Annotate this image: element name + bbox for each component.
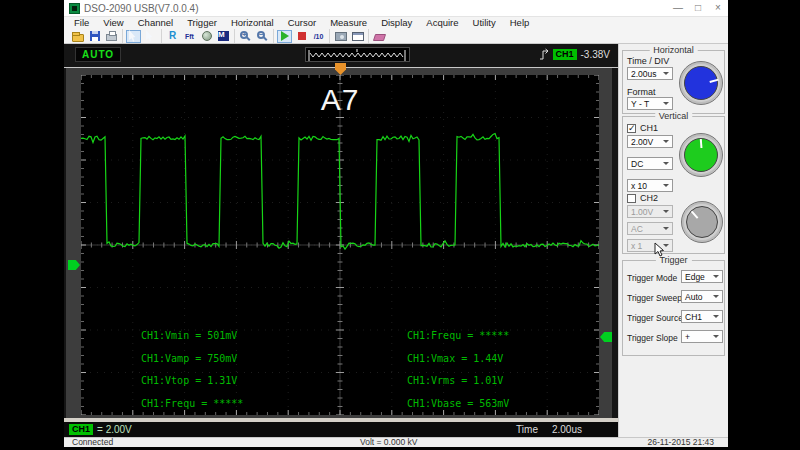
factor-icon[interactable]: /10 [311,30,326,43]
print-icon[interactable] [104,30,119,43]
ch2-checkbox[interactable] [627,194,636,203]
math-glyph: M [218,31,229,41]
ch1-checkbox-row[interactable]: CH1 [627,123,658,133]
display-frame: A7 CH1:Vmin = 501mVCH1:Vamp = 750mVCH1:V… [66,68,612,418]
measurement-line: CH1:Vmin = 501mV [141,325,243,348]
refresh-glyph: R [169,31,176,41]
menu-channel[interactable]: Channel [131,17,180,29]
cursor-icon[interactable] [126,30,141,43]
chevron-down-icon [713,275,719,281]
mouse-cursor [654,242,666,258]
format-label: Format [627,87,656,97]
math-icon[interactable]: M [216,30,231,43]
window-title: DSO-2090 USB(V7.0.0.4) [84,3,199,14]
trigger-source-select[interactable]: CH1 [681,310,723,323]
factor-glyph: /10 [314,33,324,40]
ch2-coupling-select: AC [627,222,673,235]
trigger-slope-select[interactable]: + [681,330,723,343]
trigger-mode-select[interactable]: Edge [681,270,723,283]
menu-horizontal[interactable]: Horizontal [224,17,281,29]
measurement-line: CH1:Vmax = 1.44V [407,348,509,371]
channel1-level-marker[interactable] [68,260,80,270]
menu-file[interactable]: File [67,17,96,29]
ch1-volt-select[interactable]: 2.00V [627,135,673,148]
snapshot-icon[interactable] [333,30,348,43]
trigger-group: Trigger Trigger ModeEdgeTrigger SweepAut… [622,260,725,356]
cursor-alt-icon[interactable] [143,30,158,43]
fft-icon[interactable]: Fft [182,30,197,43]
measurement-line: CH1:Vrms = 1.01V [407,370,509,393]
ch1-badge: CH1 [69,424,93,435]
chevron-down-icon [663,184,669,190]
trigger-edge-icon [539,48,549,61]
time-label: Time [516,424,538,435]
horizontal-group: Horizontal Time / DIV 2.00us Format Y - … [622,50,725,114]
erase-icon[interactable] [372,30,387,43]
save-glyph [90,31,100,41]
measurement-line: CH1:Vtop = 1.31V [141,370,243,393]
ch1-probe-select[interactable]: x 10 [627,179,673,192]
stop-glyph [298,32,306,40]
maximize-button[interactable]: □ [693,3,703,13]
app-window: DSO-2090 USB(V7.0.0.4) — □ × FileViewCha… [64,0,728,447]
menu-help[interactable]: Help [503,17,537,29]
channel-readout-bar: CH1 = 2.00V Time 2.00us [64,422,618,437]
vertical-group: Vertical CH1 2.00V DC x 10 CH2 [622,116,725,254]
measurement-line: CH1:Frequ = ***** [407,325,509,348]
ch2-checkbox-row[interactable]: CH2 [627,193,658,203]
refresh-icon[interactable]: R [165,30,180,43]
toolbar-group [235,29,274,43]
minimize-button[interactable]: — [673,3,683,13]
chevron-down-icon [663,102,669,108]
trigger-mode-label: Trigger Mode [627,273,677,283]
preview-waveform-icon [306,49,409,62]
trigger-slope-label: Trigger Slope [627,333,678,343]
horizontal-knob[interactable] [679,61,723,105]
horizontal-preview[interactable] [305,47,410,62]
zoom-in-icon[interactable] [238,30,253,43]
ch2-label: CH2 [640,193,658,203]
menu-view[interactable]: View [96,17,130,29]
start-glyph [281,31,289,41]
measurements-left: CH1:Vmin = 501mVCH1:Vamp = 750mVCH1:Vtop… [141,325,243,415]
start-icon[interactable] [277,30,292,43]
open-file-icon[interactable] [70,30,85,43]
menu-cursor[interactable]: Cursor [281,17,324,29]
chevron-down-icon [663,72,669,78]
trigger-sweep-select[interactable]: Auto [681,290,723,303]
ch1-position-knob[interactable] [679,133,723,177]
trigger-level-marker[interactable] [600,332,612,342]
display-annotation: A7 [81,83,599,117]
menu-acquire[interactable]: Acquire [419,17,465,29]
trigger-channel-badge: CH1 [553,49,577,60]
ch1-checkbox[interactable] [627,124,636,133]
close-button[interactable]: × [713,3,723,13]
chevron-down-icon [663,140,669,146]
chevron-down-icon [713,315,719,321]
print-glyph [106,34,117,41]
ch1-coupling-select[interactable]: DC [627,157,673,170]
trigger-position-marker[interactable] [335,63,346,75]
menu-trigger[interactable]: Trigger [180,17,224,29]
toolbar: RFftM/10 [64,29,728,44]
chevron-down-icon [713,295,719,301]
palette-glyph [202,31,212,41]
stop-icon[interactable] [294,30,309,43]
panel-window-icon[interactable] [350,30,365,43]
acquisition-status-badge: AUTO [75,47,121,62]
fft-glyph: Fft [185,33,194,40]
save-icon[interactable] [87,30,102,43]
menu-display[interactable]: Display [374,17,419,29]
horizontal-group-title: Horizontal [649,45,698,55]
zoom-out-icon[interactable] [255,30,270,43]
chevron-down-icon [713,335,719,341]
toolbar-group: RFftM [162,29,235,43]
menu-utility[interactable]: Utility [466,17,503,29]
cursor-alt-glyph [146,30,155,42]
ch2-position-knob[interactable] [681,201,723,243]
time-div-select[interactable]: 2.00us [627,67,673,80]
format-select[interactable]: Y - T [627,97,673,110]
menu-measure[interactable]: Measure [323,17,374,29]
palette-icon[interactable] [199,30,214,43]
waveform-display[interactable]: A7 CH1:Vmin = 501mVCH1:Vamp = 750mVCH1:V… [81,75,599,415]
